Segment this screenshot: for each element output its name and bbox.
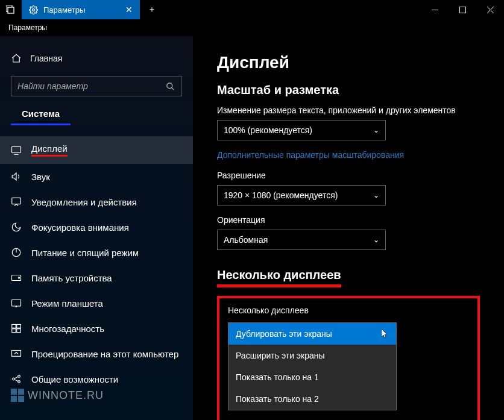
sidebar-item-label: Многозадачность [31,324,104,334]
svg-rect-4 [459,7,465,13]
scale-value: 100% (рекомендуется) [224,125,312,135]
watermark: WINNOTE.RU [11,389,104,402]
watermark-text: WINNOTE.RU [28,389,104,402]
home-nav[interactable]: Главная [0,48,193,72]
svg-marker-11 [12,173,16,180]
sidebar-item-projecting[interactable]: Проецирование на этот компьютер [0,341,193,366]
highlight-annotation: Несколько дисплеев Дублировать эти экран… [217,296,480,420]
svg-rect-9 [12,146,21,152]
resolution-value: 1920 × 1080 (рекомендуется) [224,190,338,200]
sidebar: Главная Система Дисплей Звук Уведомления… [0,36,193,420]
multitask-icon [11,323,22,334]
sidebar-item-label: Дисплей [31,143,68,157]
sidebar-item-multitask[interactable]: Многозадачность [0,316,193,341]
orientation-dropdown[interactable]: Альбомная ⌄ [217,230,386,250]
notifications-icon [11,196,22,207]
sidebar-item-label: Звук [31,172,50,182]
svg-rect-22 [17,329,21,333]
multiple-displays-field-label: Несколько дисплеев [228,306,469,315]
resolution-dropdown[interactable]: 1920 × 1080 (рекомендуется) ⌄ [217,185,386,205]
svg-rect-19 [12,324,16,328]
combo-option-duplicate[interactable]: Дублировать эти экраны [228,323,396,345]
page-title: Дисплей [217,53,480,72]
svg-line-8 [171,87,174,90]
combo-option-label: Расширить эти экраны [236,351,325,360]
sidebar-item-label: Уведомления и действия [31,197,137,207]
sidebar-item-tablet[interactable]: Режим планшета [0,290,193,316]
sound-icon [11,171,22,182]
scale-field-label: Изменение размера текста, приложений и д… [217,105,480,115]
close-tab-icon[interactable]: ✕ [124,5,134,14]
maximize-button[interactable] [449,0,476,19]
svg-point-7 [166,83,172,88]
svg-point-2 [32,8,34,11]
svg-rect-1 [8,7,14,13]
power-icon [11,247,22,258]
sidebar-item-focus[interactable]: Фокусировка внимания [0,215,193,240]
tab-label: Параметры [43,5,119,14]
sidebar-item-display[interactable]: Дисплей [0,136,193,164]
sidebar-item-shared[interactable]: Общие возможности [0,366,193,392]
sidebar-item-label: Питание и спящий режим [31,248,139,258]
svg-rect-3 [432,10,438,10]
svg-point-18 [16,306,17,307]
tablet-icon [11,298,22,309]
shared-icon [11,374,22,384]
combo-option-show2[interactable]: Показать только на 2 [228,388,396,410]
focus-icon [11,222,22,233]
combo-option-label: Дублировать эти экраны [236,329,332,339]
close-window-button[interactable] [476,0,504,19]
cursor-icon [382,329,389,339]
sidebar-item-sound[interactable]: Звук [0,164,193,189]
sidebar-item-power[interactable]: Питание и спящий режим [0,240,193,265]
search-box[interactable] [11,76,182,96]
chevron-down-icon: ⌄ [373,236,379,244]
sidebar-item-storage[interactable]: Память устройства [0,265,193,290]
svg-point-16 [18,277,19,278]
category-header: Система [11,106,71,125]
svg-rect-17 [12,299,21,306]
combo-option-show1[interactable]: Показать только на 1 [228,366,396,388]
chevron-down-icon: ⌄ [373,126,379,134]
svg-rect-20 [17,324,21,328]
multiple-displays-section-title: Несколько дисплеев [217,268,341,287]
sidebar-item-notifications[interactable]: Уведомления и действия [0,189,193,215]
search-input[interactable] [17,81,165,91]
scale-section-title: Масштаб и разметка [217,83,480,97]
svg-rect-12 [12,198,21,204]
resolution-field-label: Разрешение [217,171,480,180]
home-icon [11,53,22,64]
sidebar-item-label: Общие возможности [31,374,118,384]
multiple-displays-dropdown-open[interactable]: Дублировать эти экраны Расширить эти экр… [228,322,397,410]
windows-logo-icon [11,389,24,402]
new-tab-button[interactable]: ＋ [140,0,164,19]
tab-settings[interactable]: Параметры ✕ [22,0,140,19]
sidebar-item-label: Проецирование на этот компьютер [31,349,178,359]
svg-line-28 [14,380,18,381]
titlebar: Параметры ✕ ＋ [0,0,504,19]
projecting-icon [11,348,22,359]
sidebar-item-label: Фокусировка внимания [31,222,129,233]
chevron-down-icon: ⌄ [373,191,379,199]
orientation-value: Альбомная [224,235,268,245]
svg-line-27 [14,377,18,378]
advanced-scale-link[interactable]: Дополнительные параметры масштабирования [217,150,404,160]
minimize-button[interactable] [421,0,449,19]
scale-dropdown[interactable]: 100% (рекомендуется) ⌄ [217,120,386,140]
sidebar-item-label: Память устройства [31,273,112,283]
main-content: Дисплей Масштаб и разметка Изменение раз… [193,36,504,420]
svg-rect-23 [12,350,21,356]
display-icon [11,145,22,155]
breadcrumb: Параметры [0,19,504,36]
combo-option-label: Показать только на 2 [236,394,319,404]
search-icon [165,81,175,92]
combo-option-extend[interactable]: Расширить эти экраны [228,345,396,366]
combo-option-label: Показать только на 1 [236,372,319,382]
sidebar-item-label: Режим планшета [31,298,103,309]
home-label: Главная [30,54,62,63]
storage-icon [11,272,22,283]
svg-rect-21 [12,329,16,333]
orientation-field-label: Ориентация [217,215,480,225]
task-view-icon[interactable] [0,0,22,19]
gear-icon [28,4,39,15]
